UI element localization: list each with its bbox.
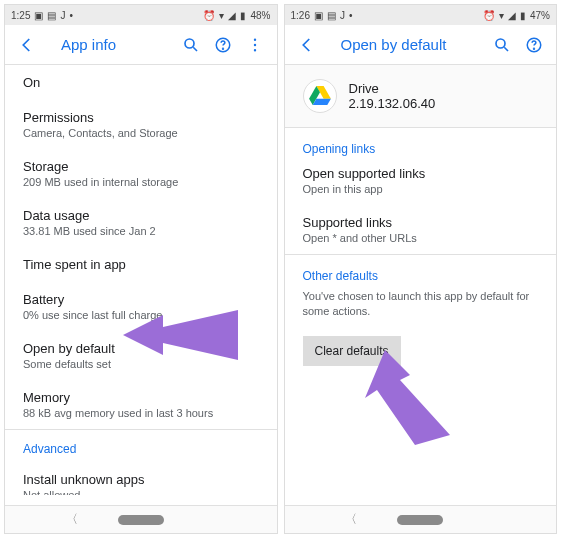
app-header: Drive 2.19.132.06.40	[285, 65, 557, 128]
nav-back-icon[interactable]: 〈	[66, 511, 78, 528]
dot-icon: •	[349, 10, 353, 21]
section-other-defaults: Other defaults	[285, 255, 557, 289]
nav-bar: 〈	[285, 505, 557, 533]
wifi-icon: ▾	[219, 10, 224, 21]
status-time: 1:26	[291, 10, 310, 21]
svg-point-3	[253, 38, 255, 40]
battery-icon: ▮	[240, 10, 246, 21]
row-open-supported-links[interactable]: Open supported links Open in this app	[285, 162, 557, 205]
nav-home-pill[interactable]	[397, 515, 443, 525]
clear-defaults-button[interactable]: Clear defaults	[303, 336, 401, 366]
svg-point-7	[496, 39, 505, 48]
page-title: App info	[61, 36, 175, 53]
row-install-unknown[interactable]: Install unknown apps Not allowed	[5, 468, 277, 495]
letter-icon: J	[60, 10, 65, 21]
row-memory[interactable]: Memory 88 kB avg memory used in last 3 h…	[5, 380, 277, 429]
svg-point-0	[185, 39, 194, 48]
svg-point-5	[253, 49, 255, 51]
back-icon[interactable]	[11, 29, 43, 61]
back-icon[interactable]	[291, 29, 323, 61]
signal-icon: ◢	[228, 10, 236, 21]
page-title: Open by default	[341, 36, 487, 53]
status-time: 1:25	[11, 10, 30, 21]
header: App info	[5, 25, 277, 65]
chat-icon: ▣	[34, 10, 43, 21]
overflow-icon[interactable]	[239, 29, 271, 61]
letter-icon: J	[340, 10, 345, 21]
help-icon[interactable]	[207, 29, 239, 61]
status-bar: 1:26 ▣ ▤ J • ⏰ ▾ ◢ ▮ 47%	[285, 5, 557, 25]
help-icon[interactable]	[518, 29, 550, 61]
alarm-icon: ⏰	[203, 10, 215, 21]
drive-icon	[303, 79, 337, 113]
phone-left: 1:25 ▣ ▤ J • ⏰ ▾ ◢ ▮ 48% App info	[4, 4, 278, 534]
phone-right: 1:26 ▣ ▤ J • ⏰ ▾ ◢ ▮ 47% Open by default	[284, 4, 558, 534]
search-icon[interactable]	[175, 29, 207, 61]
battery-pct: 47%	[530, 10, 550, 21]
row-notifications-state[interactable]: On	[5, 65, 277, 100]
sms-icon: ▤	[47, 10, 56, 21]
row-supported-links[interactable]: Supported links Open * and other URLs	[285, 205, 557, 254]
alarm-icon: ⏰	[483, 10, 495, 21]
nav-back-icon[interactable]: 〈	[345, 511, 357, 528]
dot-icon: •	[69, 10, 73, 21]
battery-pct: 48%	[250, 10, 270, 21]
status-bar: 1:25 ▣ ▤ J • ⏰ ▾ ◢ ▮ 48%	[5, 5, 277, 25]
row-data-usage[interactable]: Data usage 33.81 MB used since Jan 2	[5, 198, 277, 247]
search-icon[interactable]	[486, 29, 518, 61]
app-version: 2.19.132.06.40	[349, 96, 436, 111]
signal-icon: ◢	[508, 10, 516, 21]
header: Open by default	[285, 25, 557, 65]
row-open-by-default[interactable]: Open by default Some defaults set	[5, 331, 277, 380]
svg-point-4	[253, 43, 255, 45]
sms-icon: ▤	[327, 10, 336, 21]
row-time-spent[interactable]: Time spent in app	[5, 247, 277, 282]
nav-bar: 〈	[5, 505, 277, 533]
row-advanced[interactable]: Advanced	[5, 430, 277, 468]
row-permissions[interactable]: Permissions Camera, Contacts, and Storag…	[5, 100, 277, 149]
nav-home-pill[interactable]	[118, 515, 164, 525]
wifi-icon: ▾	[499, 10, 504, 21]
chat-icon: ▣	[314, 10, 323, 21]
settings-list: On Permissions Camera, Contacts, and Sto…	[5, 65, 277, 495]
app-name: Drive	[349, 81, 436, 96]
section-opening-links: Opening links	[285, 128, 557, 162]
battery-icon: ▮	[520, 10, 526, 21]
svg-point-9	[534, 48, 535, 49]
row-storage[interactable]: Storage 209 MB used in internal storage	[5, 149, 277, 198]
other-defaults-desc: You've chosen to launch this app by defa…	[285, 289, 557, 330]
row-battery[interactable]: Battery 0% use since last full charge	[5, 282, 277, 331]
svg-point-2	[222, 48, 223, 49]
